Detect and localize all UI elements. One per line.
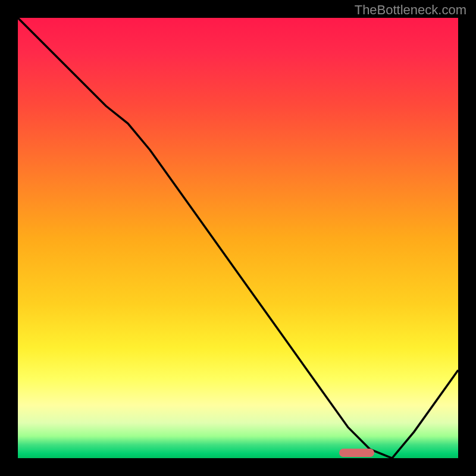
bottleneck-curve bbox=[18, 18, 458, 458]
optimal-range-marker bbox=[339, 449, 374, 457]
curve-svg bbox=[18, 18, 458, 458]
watermark-text: TheBottleneck.com bbox=[355, 2, 466, 18]
chart-area bbox=[18, 18, 458, 458]
